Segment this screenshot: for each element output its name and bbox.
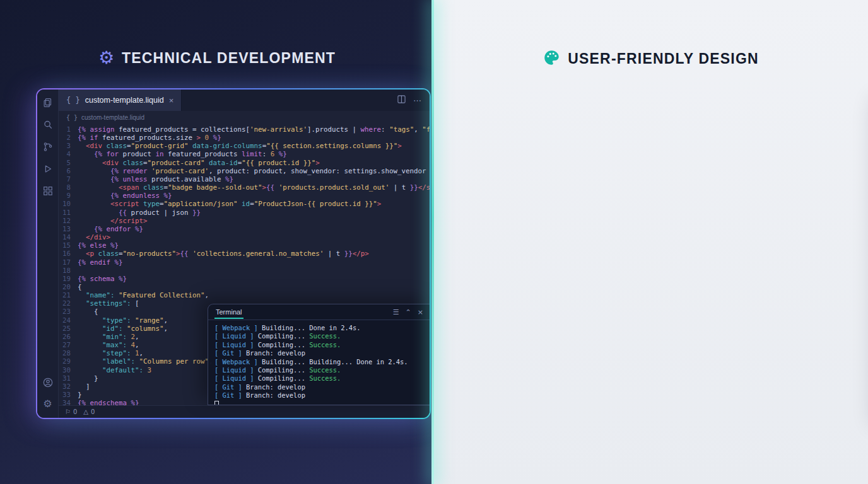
terminal-line: [ Liquid ] Compiling... Success. — [214, 332, 423, 340]
code-line: 9 {% endunless %} — [59, 192, 430, 200]
editor-main: { } custom-template.liquid × ⋯ { } custo… — [59, 89, 430, 418]
tab-bar: { } custom-template.liquid × ⋯ — [59, 89, 430, 111]
code-line: 20{ — [59, 283, 430, 291]
right-title: USER-FRIENDLY DESIGN — [568, 50, 759, 67]
terminal-tab[interactable]: Terminal — [214, 306, 243, 319]
code-line: 12 </script> — [59, 217, 430, 225]
activity-bar: ⚙ — [37, 89, 59, 418]
code-line: 18 — [59, 267, 430, 275]
code-line: 15{% else %} — [59, 241, 430, 250]
terminal-collapse-icon[interactable]: ⌃ — [406, 308, 411, 316]
code-line: 21 "name": "Featured Collection", — [59, 291, 430, 299]
split-divider — [431, 0, 434, 484]
terminal-line: [ Webpack ] Building... Done in 2.4s. — [214, 324, 423, 332]
code-line: 17{% endif %} — [59, 258, 430, 267]
tab-custom-template[interactable]: { } custom-template.liquid × — [59, 89, 182, 111]
code-line: 6 {% render 'product-card', product: pro… — [59, 167, 430, 175]
search-icon[interactable] — [42, 119, 54, 130]
breadcrumb[interactable]: { } custom-template.liquid — [59, 111, 430, 124]
gear-icon: ⚙ — [98, 49, 114, 67]
left-header: ⚙ TECHNICAL DEVELOPMENT — [0, 49, 434, 67]
explorer-icon[interactable] — [42, 97, 54, 108]
code-line: 13 {% endfor %} — [59, 225, 430, 233]
problems-indicator[interactable]: ⚐ 0 — [65, 408, 77, 415]
terminal-menu-icon[interactable]: ☰ — [393, 308, 399, 316]
terminal-panel: Terminal ☰ ⌃ × [ Webpack ] Building... D… — [208, 304, 430, 405]
design-half: USER-FRIENDLY DESIGN S VISUAL APP BUILDE… — [434, 0, 868, 484]
terminal-line: [ Git ] Branch: develop — [214, 383, 423, 391]
terminal-line: [ Liquid ] Compiling... Success. — [214, 374, 423, 383]
split-editor-icon[interactable] — [397, 95, 406, 106]
terminal-line: [ Liquid ] Compiling... Success. — [214, 341, 423, 349]
code-line: 14 </div> — [59, 233, 430, 241]
terminal-line: [ Git ] Branch: develop — [214, 349, 423, 357]
code-line: 5 <div class="product-card" data-id="{{ … — [59, 159, 430, 167]
warning-icon: △ — [83, 408, 88, 415]
extensions-icon[interactable] — [42, 185, 54, 197]
source-control-icon[interactable] — [42, 141, 54, 153]
code-line: 7 {% unless product.available %} — [59, 175, 430, 183]
tab-close-icon[interactable]: × — [169, 96, 174, 105]
code-line: 10 <script type="application/json" id="P… — [59, 200, 430, 208]
terminal-line: [ Liquid ] Compiling... Success. — [214, 366, 423, 374]
left-title: TECHNICAL DEVELOPMENT — [122, 50, 336, 67]
code-line: 16 <p class="no-products">{{ 'collection… — [59, 250, 430, 258]
right-header: USER-FRIENDLY DESIGN — [434, 49, 868, 69]
code-line: 1{% assign featured_products = collectio… — [59, 125, 430, 134]
code-line: 8 <span class="badge badge--sold-out">{{… — [59, 183, 430, 192]
terminal-title-bar: Terminal ☰ ⌃ × — [208, 304, 430, 320]
code-line: 11 {{ product | json }} — [59, 209, 430, 217]
code-line: 3 <div class="product-grid" data-grid-co… — [59, 142, 430, 150]
flag-icon: ⚐ — [65, 408, 71, 415]
settings-gear-icon[interactable]: ⚙ — [43, 399, 52, 409]
code-line: 4 {% for product in featured_products li… — [59, 150, 430, 158]
account-icon[interactable] — [42, 377, 54, 388]
run-debug-icon[interactable] — [42, 163, 54, 175]
file-type-icon: { } — [66, 96, 80, 105]
code-line: 2{% if featured_products.size > 0 %} — [59, 134, 430, 142]
code-line: 19{% schema %} — [59, 275, 430, 283]
terminal-line: [ Webpack ] Building... Building... Done… — [214, 358, 423, 366]
terminal-output[interactable]: [ Webpack ] Building... Done in 2.4s.[ L… — [208, 320, 430, 405]
terminal-cursor — [214, 401, 219, 405]
terminal-line: [ Git ] Branch: develop — [214, 391, 423, 400]
editor-status-bar: ⚐ 0 △ 0 — [59, 405, 430, 418]
terminal-close-icon[interactable]: × — [418, 308, 423, 316]
code-editor-window: ⚙ { } custom-template.liquid × ⋯ — [36, 88, 431, 419]
warnings-indicator[interactable]: △ 0 — [83, 408, 95, 415]
palette-icon — [543, 49, 560, 69]
technical-half: ⚙ TECHNICAL DEVELOPMENT — [0, 0, 434, 484]
more-actions-icon[interactable]: ⋯ — [413, 96, 422, 105]
stage: ⚙ TECHNICAL DEVELOPMENT — [0, 0, 868, 484]
